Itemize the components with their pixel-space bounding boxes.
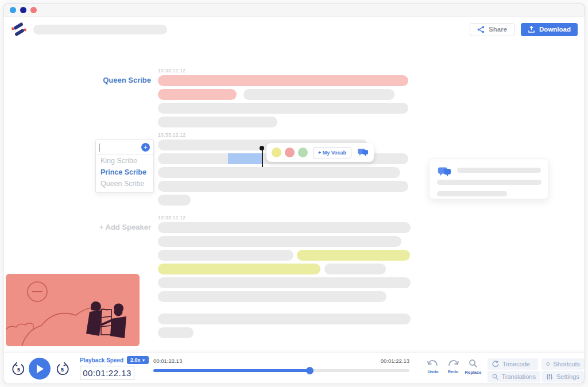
progress-current-time: 00:01:22.13 xyxy=(153,358,182,364)
svg-text:5: 5 xyxy=(17,367,20,373)
progress-fill xyxy=(153,369,310,372)
selection-toolbar: + My Vocab xyxy=(266,143,374,162)
transcript-line[interactable] xyxy=(158,222,414,233)
speaker-option[interactable]: Queen Scribe xyxy=(96,178,153,192)
transcript-line[interactable] xyxy=(158,236,414,247)
comment-card[interactable] xyxy=(429,158,549,199)
download-button[interactable]: Download xyxy=(521,23,578,36)
comment-icon[interactable] xyxy=(357,148,369,157)
text-placeholder-gray[interactable] xyxy=(158,277,411,288)
text-placeholder-gray[interactable] xyxy=(158,236,401,247)
text-placeholder-yellow[interactable] xyxy=(297,250,410,261)
transcript-line[interactable] xyxy=(158,89,414,100)
highlight-yellow-button[interactable] xyxy=(272,148,281,157)
comment-text-placeholder xyxy=(437,191,507,196)
app-window: Share Download 10:33:12.12Queen Scribe10… xyxy=(3,3,585,384)
share-icon xyxy=(477,26,485,33)
my-vocab-button[interactable]: + My Vocab xyxy=(313,147,351,158)
shortcuts-icon xyxy=(546,361,550,367)
progress-bar[interactable] xyxy=(153,369,409,372)
titlebar xyxy=(3,3,585,17)
text-placeholder-gray[interactable] xyxy=(158,103,408,114)
highlight-green-button[interactable] xyxy=(298,148,308,157)
transcript-line[interactable] xyxy=(158,291,414,302)
timestamp: 10:33:12.12 xyxy=(158,132,414,140)
transcript-line[interactable] xyxy=(158,103,414,114)
timecode-icon xyxy=(492,361,499,367)
redo-label: Redo xyxy=(443,369,463,374)
replace-button[interactable]: Replace xyxy=(463,359,483,375)
text-placeholder-gray[interactable] xyxy=(158,167,400,178)
rewind-5-button[interactable]: 5 xyxy=(11,362,26,378)
shortcuts-button[interactable]: Shortcuts xyxy=(541,358,585,370)
download-icon xyxy=(528,26,535,33)
add-speaker-button[interactable]: + Add Speaker xyxy=(99,223,151,231)
settings-button[interactable]: Settings xyxy=(541,371,585,382)
translations-button[interactable]: Translations xyxy=(488,371,540,382)
share-label: Share xyxy=(489,26,507,33)
transcript-line[interactable] xyxy=(158,195,414,206)
timecode-toggle-button[interactable]: Timecode xyxy=(488,358,538,370)
share-button[interactable]: Share xyxy=(470,23,514,36)
text-placeholder-gray[interactable] xyxy=(158,181,408,192)
text-selection xyxy=(228,153,262,164)
transcript-line[interactable] xyxy=(158,75,414,86)
window-control-3[interactable] xyxy=(30,7,37,13)
transcript: 10:33:12.12Queen Scribe10:33:12.1210:33:… xyxy=(158,68,414,341)
speaker-name-input[interactable]: + xyxy=(96,140,153,155)
settings-icon xyxy=(546,373,553,380)
text-placeholder-gray[interactable] xyxy=(158,195,191,206)
transcript-paragraph: 10:33:12.12+ Add Speaker xyxy=(158,215,414,338)
transcript-line[interactable] xyxy=(158,277,414,288)
transcript-line[interactable] xyxy=(158,314,414,324)
window-control-1[interactable] xyxy=(10,7,16,13)
text-placeholder-gray[interactable] xyxy=(158,314,411,324)
transcript-line[interactable] xyxy=(158,167,414,178)
comment-bubble-icon xyxy=(437,166,452,178)
window-control-2[interactable] xyxy=(20,7,26,13)
text-placeholder-gray[interactable] xyxy=(158,117,277,127)
speaker-name[interactable]: Queen Scribe xyxy=(103,76,151,84)
comment-text-placeholder xyxy=(457,168,541,173)
play-button[interactable] xyxy=(29,358,51,380)
document-title-placeholder[interactable] xyxy=(33,25,167,34)
text-placeholder-gray[interactable] xyxy=(158,291,386,302)
playback-speed-selector[interactable]: 2.0x xyxy=(127,356,149,364)
selection-caret[interactable] xyxy=(262,148,263,167)
text-placeholder-gray[interactable] xyxy=(243,89,394,100)
download-label: Download xyxy=(539,26,571,33)
timestamp: 10:33:12.12 xyxy=(158,68,414,75)
transcript-line[interactable] xyxy=(158,264,414,274)
video-thumbnail[interactable] xyxy=(6,274,140,346)
app-logo-icon xyxy=(10,22,28,37)
transcript-line[interactable] xyxy=(158,117,414,127)
text-placeholder-pink[interactable] xyxy=(158,75,408,86)
transcript-line[interactable] xyxy=(158,327,414,338)
progress-area: 00:01:22.13 00:01:22.13 xyxy=(153,358,409,372)
text-placeholder-gray[interactable] xyxy=(324,264,386,274)
speaker-option[interactable]: King Scribe xyxy=(96,155,153,167)
text-placeholder-pink[interactable] xyxy=(158,89,237,100)
transcript-line[interactable] xyxy=(158,250,414,261)
text-cursor xyxy=(99,144,100,152)
speaker-options: King ScribePrince ScribeQueen Scribe xyxy=(96,155,153,192)
redo-button[interactable]: Redo xyxy=(443,359,463,374)
timecode-toggle-label: Timecode xyxy=(502,361,530,367)
text-placeholder-gray[interactable] xyxy=(158,327,194,338)
editor-canvas: 10:33:12.12Queen Scribe10:33:12.1210:33:… xyxy=(3,41,585,354)
comment-text-placeholder xyxy=(437,180,541,185)
transcript-line[interactable] xyxy=(158,181,414,192)
undo-button[interactable]: Undo xyxy=(423,359,443,374)
speaker-option[interactable]: Prince Scribe xyxy=(96,167,153,178)
highlight-red-button[interactable] xyxy=(285,148,295,157)
text-placeholder-gray[interactable] xyxy=(158,250,293,261)
shortcuts-label: Shortcuts xyxy=(554,361,580,367)
timecode-input[interactable] xyxy=(80,366,134,380)
progress-thumb[interactable] xyxy=(306,367,314,374)
forward-5-button[interactable]: 5 xyxy=(55,362,69,378)
timestamp: 10:33:12.12 xyxy=(158,215,414,222)
settings-label: Settings xyxy=(556,373,579,380)
add-speaker-plus-icon[interactable]: + xyxy=(141,143,150,152)
text-placeholder-yellow[interactable] xyxy=(158,264,320,274)
text-placeholder-gray[interactable] xyxy=(158,222,411,233)
